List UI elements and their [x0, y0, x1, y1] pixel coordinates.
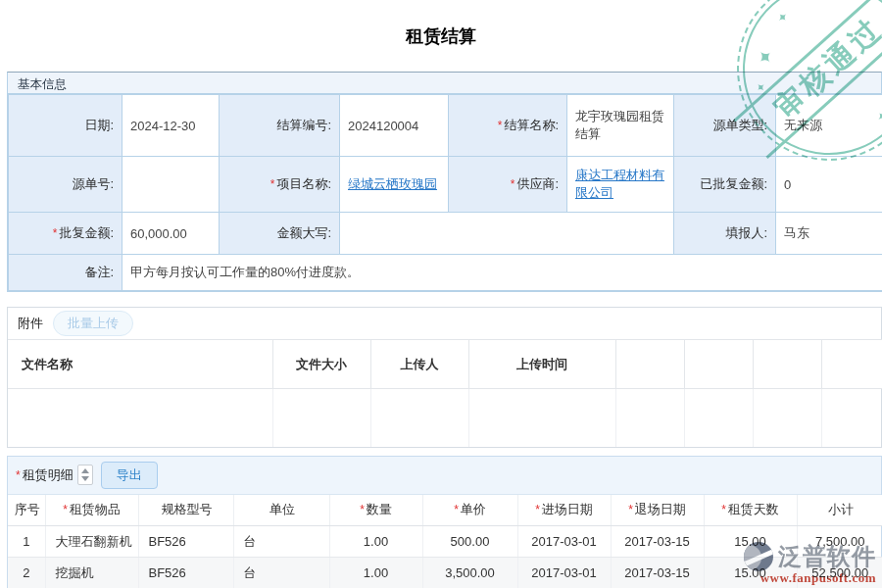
attachments-empty-row	[8, 389, 882, 447]
col-uploader: 上传人	[370, 340, 468, 389]
col-exit-date: *退场日期	[611, 495, 704, 526]
cell-qty: 1.00	[329, 526, 422, 558]
cell-exit-date: 2017-03-15	[611, 558, 704, 588]
required-mark: *	[270, 177, 275, 191]
source-no-label: 源单号:	[9, 157, 122, 213]
col-qty: *数量	[329, 495, 422, 526]
col-empty	[615, 340, 684, 389]
required-mark: *	[16, 468, 21, 482]
approval-amount-label: *批复金额:	[9, 213, 122, 255]
source-type-label: 源单类型:	[674, 95, 776, 157]
col-price: *单价	[422, 495, 517, 526]
project-name-label: *项目名称:	[220, 157, 340, 213]
sort-spinner-icon[interactable]	[77, 465, 93, 485]
cell-model: BF526	[138, 526, 233, 558]
required-mark: *	[498, 119, 503, 132]
lease-detail-title: 租赁明细	[23, 466, 74, 484]
col-subtotal: 小计	[797, 495, 882, 526]
cell-subtotal: 7,500.00	[797, 526, 882, 558]
remark-value: 甲方每月按认可工作量的80%付进度款。	[122, 255, 882, 291]
amount-words-value	[340, 213, 674, 255]
form-row-1: 日期: 2024-12-30 结算编号: 2024120004 *结算名称: 龙…	[9, 95, 882, 157]
col-seq: 序号	[8, 495, 45, 526]
cell-unit: 台	[233, 526, 329, 558]
cell-price: 500.00	[422, 526, 517, 558]
detail-row: 1 大理石翻新机 BF526 台 1.00 500.00 2017-03-01 …	[8, 526, 882, 558]
cell-price: 3,500.00	[422, 558, 517, 588]
lease-detail-section: * 租赁明细 导出 序号 *租赁物品 规格型号 单位 *数量 *单价 *进场日期…	[7, 456, 882, 588]
cell-days: 15.00	[704, 526, 797, 558]
cell-qty: 1.00	[329, 558, 422, 588]
settlement-name-value: 龙宇玫瑰园租赁结算	[567, 95, 674, 157]
lease-detail-table: 序号 *租赁物品 规格型号 单位 *数量 *单价 *进场日期 *退场日期 *租赁…	[8, 495, 882, 588]
form-row-4: 备注: 甲方每月按认可工作量的80%付进度款。	[9, 255, 882, 291]
col-item: *租赁物品	[45, 495, 138, 526]
basic-info-section: 基本信息 日期: 2024-12-30 结算编号: 2024120004 *结算…	[7, 72, 882, 292]
cell-model: BF526	[138, 558, 233, 588]
amount-words-label: 金额大写:	[220, 213, 340, 255]
batch-upload-button[interactable]: 批量上传	[53, 311, 133, 336]
approval-amount-value: 60,000.00	[122, 213, 220, 255]
cell-seq: 1	[8, 526, 45, 558]
cell-seq: 2	[8, 558, 45, 588]
attachments-table: 文件名称 文件大小 上传人 上传时间	[8, 339, 882, 447]
page-title: 租赁结算	[0, 0, 882, 72]
col-enter-date: *进场日期	[517, 495, 611, 526]
required-mark: *	[511, 177, 515, 191]
settlement-name-label: *结算名称:	[449, 95, 567, 157]
cell-enter-date: 2017-03-01	[517, 558, 611, 588]
required-mark: *	[53, 226, 58, 240]
col-unit: 单位	[233, 495, 329, 526]
col-days: *租赁天数	[704, 495, 797, 526]
filler-label: 填报人:	[674, 213, 776, 255]
form-row-3: *批复金额: 60,000.00 金额大写: 填报人: 马东	[9, 213, 882, 255]
form-row-2: 源单号: *项目名称: 绿城云栖玫瑰园 *供应商: 康达工程材料有限公司 已批复…	[9, 157, 882, 213]
filler-value: 马东	[776, 213, 882, 255]
cell-item: 挖掘机	[45, 558, 138, 588]
col-empty	[753, 340, 821, 389]
col-empty	[684, 340, 753, 389]
cell-unit: 台	[233, 558, 329, 588]
col-model: 规格型号	[138, 495, 233, 526]
lease-detail-header: * 租赁明细 导出	[8, 457, 881, 495]
col-file-name: 文件名称	[8, 340, 272, 389]
supplier-label: *供应商:	[449, 157, 567, 213]
date-label: 日期:	[9, 95, 122, 157]
settlement-no-value: 2024120004	[340, 95, 449, 157]
attachments-header-row: 文件名称 文件大小 上传人 上传时间	[8, 340, 882, 389]
approved-total-label: 已批复金额:	[674, 157, 776, 213]
project-name-value: 绿城云栖玫瑰园	[340, 157, 449, 213]
cell-exit-date: 2017-03-15	[611, 526, 704, 558]
project-link[interactable]: 绿城云栖玫瑰园	[348, 176, 437, 191]
attachments-title: 附件	[18, 315, 43, 332]
source-type-value: 无来源	[776, 95, 882, 157]
basic-info-table: 日期: 2024-12-30 结算编号: 2024120004 *结算名称: 龙…	[8, 94, 882, 291]
attachments-section: 附件 批量上传 文件名称 文件大小 上传人 上传时间	[7, 307, 882, 448]
col-upload-time: 上传时间	[468, 340, 615, 389]
date-value: 2024-12-30	[122, 95, 220, 157]
cell-days: 15.00	[704, 558, 797, 588]
supplier-link[interactable]: 康达工程材料有限公司	[575, 168, 664, 200]
supplier-value: 康达工程材料有限公司	[567, 157, 674, 213]
col-file-size: 文件大小	[272, 340, 370, 389]
cell-subtotal: 52,500.00	[797, 558, 882, 588]
export-button[interactable]: 导出	[101, 462, 158, 489]
detail-header-row: 序号 *租赁物品 规格型号 单位 *数量 *单价 *进场日期 *退场日期 *租赁…	[8, 495, 882, 526]
attachments-header: 附件 批量上传	[8, 308, 881, 339]
cell-enter-date: 2017-03-01	[517, 526, 611, 558]
settlement-no-label: 结算编号:	[220, 95, 340, 157]
approved-total-value: 0	[776, 157, 882, 213]
detail-row: 2 挖掘机 BF526 台 1.00 3,500.00 2017-03-01 2…	[8, 558, 882, 588]
basic-info-header: 基本信息	[8, 73, 881, 94]
col-empty	[821, 340, 882, 389]
cell-item: 大理石翻新机	[45, 526, 138, 558]
source-no-value	[122, 157, 220, 213]
remark-label: 备注:	[9, 255, 122, 291]
